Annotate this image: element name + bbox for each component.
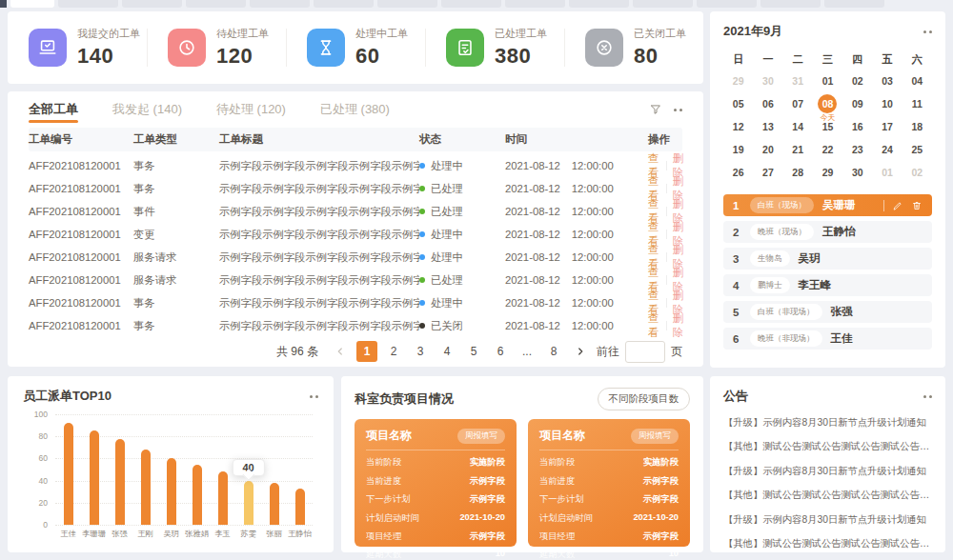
weekly-report-badge[interactable]: 周报填写 [457,429,505,444]
page-button[interactable]: 3 [410,341,431,362]
workorder-tab-2[interactable]: 待处理 (120) [216,91,286,128]
top-tab[interactable] [760,0,821,8]
calendar-day[interactable]: 20 [753,138,782,161]
calendar-day[interactable]: 09 [842,92,872,115]
day-number: 25 [912,144,923,155]
calendar-day[interactable]: 30 [842,161,872,184]
order-type: 服务请求 [133,273,219,288]
delete-link[interactable]: 删除 [673,311,684,340]
more-icon[interactable] [923,395,932,398]
more-icon[interactable] [923,30,932,33]
schedule-item[interactable]: 4鹏博士李王峰 [723,274,932,296]
top-tab[interactable] [824,0,884,8]
calendar-day[interactable]: 21 [783,138,813,161]
workorder-tab-3[interactable]: 已处理 (380) [320,91,390,128]
schedule-item[interactable]: 5白班（非现场）张强 [723,301,932,323]
page-button[interactable]: 8 [543,341,564,362]
divider [666,275,667,285]
status-dot [419,186,425,191]
calendar-day[interactable]: 30 [753,70,782,92]
x-tick-label: 张雅娟 [184,529,210,541]
more-icon[interactable] [310,395,318,398]
top-tab[interactable] [250,0,310,8]
announcement-item[interactable]: 【其他】测试公告测试公告测试公告测试公告测试公告 [723,537,932,550]
announcement-item[interactable]: 【其他】测试公告测试公告测试公告测试公告测试公告 [723,489,932,502]
column-header: 操作 [648,132,682,147]
top-tab[interactable] [122,0,182,8]
calendar-day[interactable]: 02 [902,161,932,184]
order-title: 示例字段示例字段示例字段示例字段示例字段 [219,296,419,310]
top-tab[interactable] [697,0,757,8]
page-button[interactable]: 6 [490,341,511,362]
announcement-item[interactable]: 【升级】示例内容8月30日新节点升级计划通知 [723,416,932,430]
workorder-tab-0[interactable]: 全部工单 [29,91,78,128]
top-tab[interactable] [569,0,629,8]
top-tab[interactable] [314,0,374,8]
page-button[interactable]: 2 [383,341,404,362]
calendar-day[interactable]: 28 [783,161,813,184]
schedule-item[interactable]: 6晚班（非现场）王佳 [723,328,932,350]
trash-icon[interactable] [911,200,923,211]
filter-icon[interactable] [649,103,662,116]
more-icon[interactable] [674,109,682,111]
calendar-day[interactable]: 31 [783,70,813,92]
top-tab[interactable] [377,0,437,8]
calendar-day[interactable]: 25 [902,138,932,161]
y-tick-label: 20 [23,498,48,508]
day-number: 23 [852,144,863,155]
calendar-day[interactable]: 02 [842,70,872,92]
calendar-day[interactable]: 03 [872,70,902,92]
announcement-item[interactable]: 【升级】示例内容8月30日新节点升级计划通知 [723,513,932,527]
top-tab[interactable] [505,0,565,8]
view-link[interactable]: 查看 [648,311,659,340]
top-tab[interactable] [58,0,118,8]
schedule-item[interactable]: 2晚班（现场）王静怡 [723,221,932,243]
top-tab[interactable] [441,0,501,8]
calendar-day[interactable]: 01 [872,161,902,184]
calendar-day[interactable]: 26 [723,161,753,184]
calendar-day[interactable]: 07 [783,92,813,115]
calendar-day[interactable]: 04 [902,70,932,92]
edit-icon[interactable] [892,200,903,211]
page-button[interactable]: 4 [436,341,457,362]
calendar-day[interactable]: 22 [813,138,842,161]
day-number: 21 [792,144,803,155]
calendar-day[interactable]: 27 [753,161,782,184]
schedule-item[interactable]: 1白班（现场）吴珊珊 [723,194,932,216]
calendar-day[interactable]: 06 [753,92,782,115]
calendar-day[interactable]: 13 [753,115,782,138]
calendar-day[interactable]: 16 [842,115,872,138]
table-row: AFF202108120001变更示例字段示例字段示例字段示例字段示例字段处理中… [29,220,682,243]
calendar-day[interactable]: 11 [902,92,932,115]
stage-project-count-button[interactable]: 不同阶段项目数 [598,388,691,410]
schedule-item[interactable]: 3生物岛吴玥 [723,248,932,270]
chart-tooltip: 40 [232,459,264,476]
calendar-day[interactable]: 29 [723,70,753,92]
calendar-day[interactable]: 05 [723,92,753,115]
page-button[interactable]: 5 [463,341,484,362]
weekly-report-badge[interactable]: 周报填写 [631,429,679,444]
calendar-day[interactable]: 19 [723,138,753,161]
calendar-day[interactable]: 01 [813,70,842,92]
calendar-day[interactable]: 17 [872,115,902,138]
page-button[interactable]: 1 [356,341,377,362]
calendar-day[interactable]: 29 [813,161,842,184]
top-tab[interactable] [633,0,693,8]
workorder-tab-1[interactable]: 我发起 (140) [112,91,182,128]
bar [295,489,305,525]
table-body: AFF202108120001事务示例字段示例字段示例字段示例字段示例字段处理中… [29,151,682,334]
prev-page-button[interactable] [330,341,351,362]
calendar-day[interactable]: 24 [872,138,902,161]
calendar-day[interactable]: 23 [842,138,872,161]
announcement-item[interactable]: 【其他】测试公告测试公告测试公告测试公告测试公告 [723,440,932,453]
top-tab[interactable] [186,0,246,8]
calendar-day[interactable]: 14 [783,115,813,138]
top-tab-active[interactable] [10,0,54,8]
calendar-day[interactable]: 18 [902,115,932,138]
calendar-day[interactable]: 12 [723,115,753,138]
calendar-day[interactable]: 10 [872,92,902,115]
calendar-day[interactable]: 08今天 [813,92,842,115]
announcement-item[interactable]: 【升级】示例内容8月30日新节点升级计划通知 [723,465,932,478]
next-page-button[interactable] [570,341,591,362]
goto-page-input[interactable] [625,341,665,363]
